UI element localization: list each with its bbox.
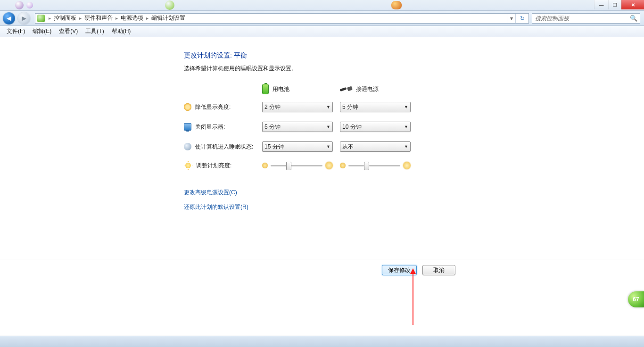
- column-plugged: 接通电源: [340, 85, 418, 93]
- dim-icon: [184, 103, 191, 111]
- page-title: 更改计划的设置: 平衡: [184, 51, 467, 60]
- slider-track[interactable]: [271, 165, 322, 166]
- chevron-down-icon: ▼: [326, 144, 330, 149]
- column-battery: 用电池: [262, 84, 340, 94]
- display-battery-select[interactable]: 5 分钟 ▼: [262, 122, 333, 132]
- search-icon[interactable]: 🔍: [627, 15, 640, 22]
- address-dropdown[interactable]: ▾: [507, 14, 515, 23]
- nav-back-button[interactable]: ◀: [3, 12, 15, 25]
- chevron-down-icon: ▼: [326, 105, 330, 109]
- monitor-icon: [184, 123, 191, 131]
- menu-view[interactable]: 查看(V): [55, 26, 82, 37]
- breadcrumb-item[interactable]: 硬件和声音: [83, 14, 114, 22]
- menu-file[interactable]: 文件(F): [3, 26, 29, 37]
- page-subtitle: 选择希望计算机使用的睡眠设置和显示设置。: [184, 65, 467, 73]
- address-bar[interactable]: ▸ 控制面板 ▸ 硬件和声音 ▸ 电源选项 ▸ 编辑计划设置 ▾ ↻: [35, 13, 529, 24]
- annotation-arrow: [413, 273, 413, 325]
- row-turn-off-display: 关闭显示器: 5 分钟 ▼ 10 分钟 ▼: [184, 122, 467, 132]
- row-brightness: 调整计划亮度:: [184, 161, 467, 170]
- brightness-battery-slider[interactable]: [262, 162, 333, 169]
- sleep-battery-value: 15 分钟: [264, 143, 284, 151]
- plan-settings-panel: 更改计划的设置: 平衡 选择希望计算机使用的睡眠设置和显示设置。 用电池 接通电…: [184, 51, 467, 218]
- display-plugged-select[interactable]: 10 分钟 ▼: [340, 122, 411, 132]
- row-sleep: 使计算机进入睡眠状态: 15 分钟 ▼ 从不 ▼: [184, 141, 467, 152]
- window-maximize-button[interactable]: ❐: [608, 0, 621, 9]
- sleep-plugged-select[interactable]: 从不 ▼: [340, 141, 411, 152]
- control-panel-icon: [37, 15, 45, 22]
- decorative-orb: [15, 1, 24, 9]
- dim-plugged-value: 5 分钟: [342, 103, 358, 111]
- breadcrumb-separator: ▸: [144, 16, 150, 21]
- refresh-button[interactable]: ↻: [515, 14, 528, 23]
- search-input[interactable]: [532, 14, 627, 23]
- chevron-down-icon: ▼: [404, 144, 408, 149]
- display-plugged-value: 10 分钟: [342, 123, 362, 131]
- menu-bar: 文件(F) 编辑(E) 查看(V) 工具(T) 帮助(H): [0, 26, 644, 37]
- sun-high-icon: [403, 162, 411, 169]
- slider-thumb[interactable]: [286, 162, 291, 170]
- content-area: 更改计划的设置: 平衡 选择希望计算机使用的睡眠设置和显示设置。 用电池 接通电…: [0, 37, 644, 336]
- sleep-icon: [184, 143, 191, 150]
- chevron-down-icon: ▼: [326, 124, 330, 129]
- breadcrumb-separator: ▸: [77, 16, 83, 21]
- nav-forward-button[interactable]: ▶: [18, 12, 30, 25]
- taskbar[interactable]: [0, 336, 644, 347]
- slider-track[interactable]: [348, 165, 400, 166]
- column-headers: 用电池 接通电源: [184, 84, 467, 94]
- brightness-plugged-slider[interactable]: [340, 162, 411, 169]
- cancel-button[interactable]: 取消: [422, 265, 455, 275]
- chevron-down-icon: ▼: [404, 105, 408, 109]
- link-change-advanced[interactable]: 更改高级电源设置(C): [184, 189, 467, 197]
- row-sleep-label: 使计算机进入睡眠状态:: [195, 143, 253, 151]
- dim-battery-select[interactable]: 2 分钟 ▼: [262, 102, 333, 112]
- decorative-orb: [391, 1, 402, 9]
- slider-thumb[interactable]: [364, 162, 369, 170]
- breadcrumb-separator: ▸: [47, 16, 53, 21]
- breadcrumb-item[interactable]: 控制面板: [53, 14, 77, 22]
- advanced-links: 更改高级电源设置(C) 还原此计划的默认设置(R): [184, 189, 467, 211]
- dim-plugged-select[interactable]: 5 分钟 ▼: [340, 102, 411, 112]
- menu-tools[interactable]: 工具(T): [82, 26, 107, 37]
- row-dim-display: 降低显示亮度: 2 分钟 ▼ 5 分钟 ▼: [184, 102, 467, 112]
- window-minimize-button[interactable]: —: [594, 0, 608, 9]
- navigation-bar: ◀ ▶ ▸ 控制面板 ▸ 硬件和声音 ▸ 电源选项 ▸ 编辑计划设置 ▾ ↻ 🔍: [0, 11, 644, 26]
- menu-help[interactable]: 帮助(H): [108, 26, 135, 37]
- window-titlebar: — ❐ ✕: [0, 0, 644, 11]
- display-battery-value: 5 分钟: [264, 123, 281, 131]
- floating-badge[interactable]: 67: [628, 291, 644, 307]
- sleep-battery-select[interactable]: 15 分钟 ▼: [262, 141, 333, 152]
- button-row: 保存修改 取消: [0, 259, 644, 275]
- decorative-orb: [165, 0, 174, 10]
- breadcrumb-item[interactable]: 编辑计划设置: [150, 14, 186, 22]
- battery-icon: [262, 84, 269, 94]
- chevron-down-icon: ▼: [404, 124, 408, 129]
- row-brightness-label: 调整计划亮度:: [196, 162, 231, 170]
- sun-high-icon: [325, 162, 333, 169]
- sleep-plugged-value: 从不: [342, 143, 354, 151]
- link-restore-defaults[interactable]: 还原此计划的默认设置(R): [184, 203, 467, 211]
- dim-battery-value: 2 分钟: [264, 103, 281, 111]
- row-dim-label: 降低显示亮度:: [195, 103, 231, 111]
- breadcrumb-separator: ▸: [114, 16, 120, 21]
- plug-icon: [340, 86, 352, 92]
- sun-low-icon: [340, 163, 346, 168]
- breadcrumb-item[interactable]: 电源选项: [120, 14, 144, 22]
- menu-edit[interactable]: 编辑(E): [29, 26, 55, 37]
- column-plugged-label: 接通电源: [356, 85, 379, 93]
- search-box[interactable]: 🔍: [532, 13, 640, 24]
- column-battery-label: 用电池: [272, 85, 289, 93]
- decorative-orb: [26, 2, 33, 8]
- sun-low-icon: [262, 163, 268, 168]
- row-display-label: 关闭显示器:: [195, 123, 225, 131]
- brightness-icon: [184, 161, 192, 170]
- window-close-button[interactable]: ✕: [621, 0, 644, 9]
